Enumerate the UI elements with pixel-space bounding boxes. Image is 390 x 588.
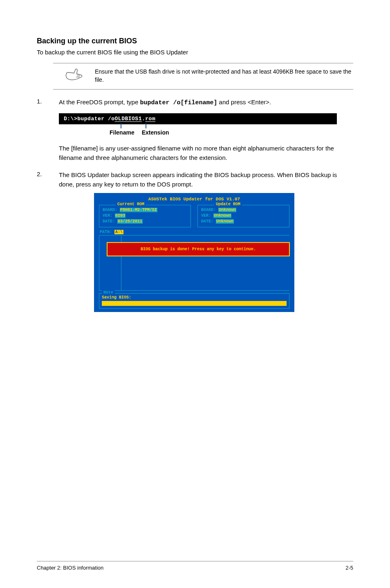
cur-board-lbl: BOARD:	[103, 208, 117, 212]
step-number: 2.	[37, 171, 44, 189]
cmd-prompt: D:\>	[64, 116, 77, 122]
connector-lines	[117, 124, 178, 128]
step1-cmd: bupdater /o[filename]	[140, 99, 217, 106]
label-filename: Filename	[110, 129, 134, 136]
cur-ver-lbl: VER:	[103, 213, 112, 218]
step1-pre: At the FreeDOS prompt, type	[59, 99, 140, 105]
step-body: The BIOS Updater backup screen appears i…	[59, 171, 353, 189]
step-2: 2. The BIOS Updater backup screen appear…	[37, 171, 353, 189]
step-1: 1. At the FreeDOS prompt, type bupdater …	[37, 98, 353, 108]
note-legend: Note	[102, 290, 115, 295]
step-body: At the FreeDOS prompt, type bupdater /o[…	[59, 98, 353, 108]
command-box: D:\>bupdater /oOLDBIOS1.rom	[59, 113, 337, 124]
cur-ver-val: 0203	[115, 213, 126, 218]
bios-note-region: Note Saving BIOS:	[99, 293, 289, 309]
backup-done-message: BIOS backup is done! Press any key to co…	[107, 242, 290, 256]
bios-updater-screen: ASUSTek BIOS Updater for DOS V1.07 Curre…	[94, 193, 294, 312]
cur-date-val: 03/25/2011	[117, 219, 143, 224]
file-list-panel: BIOS backup is done! Press any key to co…	[99, 235, 289, 291]
upd-board-lbl: BOARD:	[201, 208, 216, 212]
label-extension: Extension	[142, 129, 169, 136]
footer-page-number: 2-5	[345, 565, 353, 571]
upd-ver-lbl: VER:	[201, 213, 211, 218]
note-callout: Ensure that the USB flash drive is not w…	[53, 63, 353, 90]
upd-date-lbl: DATE:	[201, 219, 213, 224]
update-rom-box: Update ROM BOARD: Unknown VER: Unknown D…	[197, 205, 289, 227]
section-heading: Backing up the current BIOS	[37, 37, 353, 45]
cur-board-val: P8H61-M2-TPM/SI	[120, 208, 157, 212]
page-footer: Chapter 2: BIOS information 2-5	[37, 561, 353, 571]
current-rom-legend: Current ROM	[116, 202, 146, 206]
saving-bios-label: Saving BIOS:	[102, 295, 287, 300]
filename-labels: Filename Extension	[110, 129, 353, 136]
section-subheading: To backup the current BIOS file using th…	[37, 49, 353, 56]
path-label: PATH:	[100, 230, 112, 234]
bios-path: PATH: A:\	[96, 229, 293, 235]
path-value: A:\	[114, 230, 123, 234]
step1-post: and press <Enter>.	[217, 99, 271, 105]
footer-chapter: Chapter 2: BIOS information	[37, 565, 103, 571]
update-rom-legend: Update ROM	[214, 202, 242, 206]
cmd-text: bupdater /o	[77, 116, 114, 122]
upd-ver-val: Unknown	[213, 213, 231, 218]
step-number: 1.	[37, 98, 44, 108]
cur-date-lbl: DATE:	[103, 219, 115, 224]
filename-explanation: The [filename] is any user-assigned file…	[59, 144, 353, 162]
current-rom-box: Current ROM BOARD: P8H61-M2-TPM/SI VER: …	[99, 205, 191, 227]
cmd-ext: rom	[145, 116, 155, 122]
upd-date-val: Unknown	[216, 219, 234, 224]
hand-icon	[65, 67, 83, 81]
upd-board-val: Unknown	[218, 208, 236, 212]
progress-bar	[102, 301, 287, 306]
cmd-filename: OLDBIOS1	[115, 116, 142, 122]
note-text: Ensure that the USB flash drive is not w…	[95, 67, 353, 84]
